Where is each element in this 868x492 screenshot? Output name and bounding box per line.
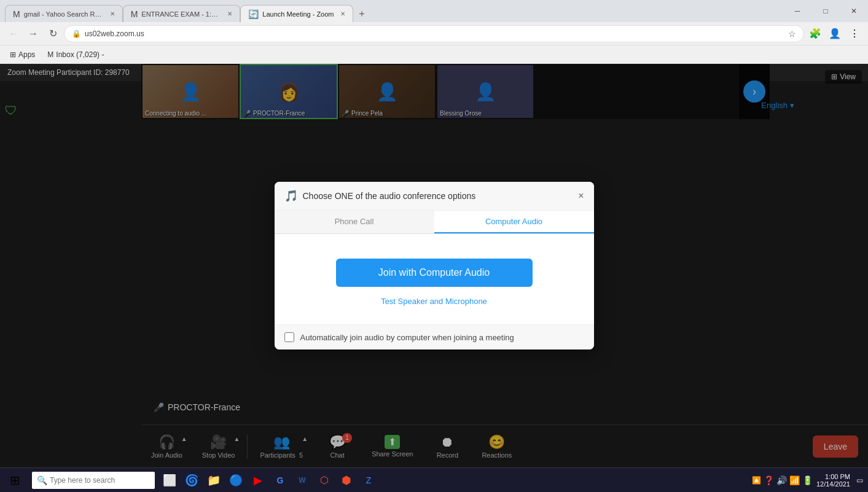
taskbar-taskview-icon[interactable]: ⬜ — [160, 471, 179, 490]
tab-favicon-zoom: 🔄 — [248, 9, 259, 19]
bookmark-inbox-label: Inbox (7,029) - — [56, 50, 104, 59]
audio-dialog: 🎵 Choose ONE of the audio conference opt… — [275, 182, 594, 349]
dialog-footer: Automatically join audio by computer whe… — [275, 324, 594, 349]
new-tab-button[interactable]: ＋ — [353, 5, 370, 22]
tab-title-gmail: gmail - Yahoo Search Results — [24, 10, 104, 18]
search-input[interactable] — [50, 476, 142, 485]
bookmark-inbox[interactable]: M Inbox (7,029) - — [42, 49, 109, 60]
taskbar-search[interactable]: 🔍 — [32, 472, 155, 489]
browser-window: M gmail - Yahoo Search Results ✕ M ENTRA… — [0, 0, 868, 467]
start-button[interactable]: ⊞ — [0, 468, 29, 493]
profile-icon[interactable]: 👤 — [826, 25, 843, 42]
chrome-titlebar: M gmail - Yahoo Search Results ✕ M ENTRA… — [0, 0, 868, 22]
gmail-icon: M — [47, 50, 53, 59]
tab-favicon-gmail: M — [13, 9, 20, 19]
taskbar-devtools-icon[interactable]: ⬢ — [337, 471, 356, 490]
taskbar-explorer-icon[interactable]: 📁 — [204, 471, 224, 490]
bookmark-icon[interactable]: ☆ — [788, 29, 796, 39]
tray-network-icon[interactable]: 📶 — [789, 475, 800, 485]
maximize-button[interactable]: □ — [811, 0, 840, 22]
bookmark-apps-label: Apps — [18, 50, 35, 59]
dialog-title-row: 🎵 Choose ONE of the audio conference opt… — [284, 189, 476, 203]
extensions-icon[interactable]: 🧩 — [807, 25, 824, 42]
clock-time: 1:00 PM — [816, 473, 850, 480]
dialog-body: Join with Computer Audio Test Speaker an… — [275, 234, 594, 324]
toolbar-right-icons: 🧩 👤 ⋮ — [807, 25, 863, 42]
dialog-overlay: 🎵 Choose ONE of the audio conference opt… — [0, 64, 868, 467]
auto-join-checkbox[interactable] — [284, 332, 294, 342]
forward-button[interactable]: → — [25, 25, 42, 42]
tray-battery-icon[interactable]: 🔋 — [802, 475, 813, 485]
windows-icon: ⊞ — [10, 473, 20, 488]
apps-grid-icon: ⊞ — [10, 50, 16, 59]
tab-close-gmail[interactable]: ✕ — [110, 10, 115, 17]
join-computer-audio-button[interactable]: Join with Computer Audio — [336, 259, 533, 287]
tab-phone-call[interactable]: Phone Call — [275, 211, 434, 233]
lock-icon: 🔒 — [72, 29, 81, 38]
tray-speaker-icon[interactable]: 🔊 — [776, 475, 787, 485]
tab-gmail[interactable]: M gmail - Yahoo Search Results ✕ — [5, 5, 123, 22]
taskbar-right-area: 🔼 ❓ 🔊 📶 🔋 1:00 PM 12/14/2021 ▭ — [752, 473, 868, 488]
tray-help-icon[interactable]: ❓ — [764, 475, 774, 485]
taskbar-word-icon[interactable]: W — [292, 471, 312, 490]
minimize-button[interactable]: ─ — [783, 0, 811, 22]
taskbar-clock[interactable]: 1:00 PM 12/14/2021 — [816, 473, 850, 488]
refresh-button[interactable]: ↻ — [44, 25, 61, 42]
taskbar-git-icon[interactable]: ⬡ — [315, 471, 334, 490]
back-button[interactable]: ← — [5, 25, 22, 42]
address-text: us02web.zoom.us — [85, 29, 784, 38]
dialog-header: 🎵 Choose ONE of the audio conference opt… — [275, 182, 594, 211]
chrome-tabs: M gmail - Yahoo Search Results ✕ M ENTRA… — [0, 5, 783, 22]
dialog-close-button[interactable]: × — [578, 190, 584, 201]
taskbar-system-tray: 🔼 ❓ 🔊 📶 🔋 — [752, 475, 813, 485]
tab-title-exam: ENTRANCE EXAM - 1:00 PM EST — [141, 10, 221, 18]
windows-taskbar: ⊞ 🔍 ⬜ 🌀 📁 🔵 ▶ G W ⬡ ⬢ Z 🔼 ❓ 🔊 📶 🔋 1:00 P… — [0, 467, 868, 492]
test-speaker-microphone-link[interactable]: Test Speaker and Microphone — [381, 297, 487, 306]
zoom-meeting-content: Zoom Meeting Participant ID: 298770 🛡 👤 … — [0, 64, 868, 467]
tab-close-zoom[interactable]: ✕ — [340, 10, 345, 17]
taskbar-edge-icon[interactable]: 🌀 — [182, 471, 201, 490]
search-icon: 🔍 — [37, 475, 47, 485]
show-desktop-button[interactable]: ▭ — [856, 476, 863, 485]
address-bar[interactable]: 🔒 us02web.zoom.us ☆ — [64, 25, 804, 42]
clock-date: 12/14/2021 — [816, 480, 850, 488]
tab-title-zoom: Launch Meeting - Zoom — [262, 10, 334, 18]
tab-favicon-exam: M — [131, 9, 138, 19]
taskbar-zoom-icon[interactable]: Z — [359, 471, 378, 490]
taskbar-google-icon[interactable]: G — [270, 471, 290, 490]
bookmarks-bar: ⊞ Apps M Inbox (7,029) - — [0, 45, 868, 64]
taskbar-youtube-icon[interactable]: ▶ — [248, 471, 268, 490]
dialog-tabs: Phone Call Computer Audio — [275, 211, 594, 234]
close-button[interactable]: ✕ — [840, 0, 868, 22]
taskbar-app-icons: ⬜ 🌀 📁 🔵 ▶ G W ⬡ ⬢ Z — [160, 471, 378, 490]
zoom-dialog-icon: 🎵 — [284, 189, 298, 203]
tab-computer-audio[interactable]: Computer Audio — [434, 211, 594, 233]
menu-icon[interactable]: ⋮ — [846, 25, 863, 42]
tab-exam[interactable]: M ENTRANCE EXAM - 1:00 PM EST ✕ — [123, 5, 241, 22]
auto-join-label: Automatically join audio by computer whe… — [300, 333, 514, 342]
window-controls: ─ □ ✕ — [783, 0, 868, 22]
taskbar-chrome-icon[interactable]: 🔵 — [226, 471, 246, 490]
chrome-toolbar: ← → ↻ 🔒 us02web.zoom.us ☆ 🧩 👤 ⋮ — [0, 22, 868, 45]
tab-zoom[interactable]: 🔄 Launch Meeting - Zoom ✕ — [240, 5, 353, 22]
dialog-title: Choose ONE of the audio conference optio… — [303, 191, 476, 201]
tab-close-exam[interactable]: ✕ — [227, 10, 232, 17]
tray-expand-icon[interactable]: 🔼 — [752, 476, 761, 485]
bookmark-apps[interactable]: ⊞ Apps — [5, 49, 40, 60]
